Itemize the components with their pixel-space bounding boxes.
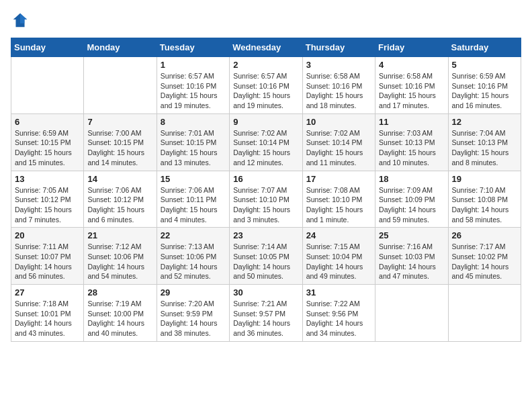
day-number: 8 [161, 117, 226, 127]
day-info: Sunrise: 7:07 AM Sunset: 10:10 PM Daylig… [233, 185, 298, 225]
page-header [11, 11, 521, 30]
day-info: Sunrise: 7:22 AM Sunset: 9:56 PM Dayligh… [306, 299, 371, 338]
calendar-cell: 12Sunrise: 7:04 AM Sunset: 10:13 PM Dayl… [448, 113, 521, 171]
calendar-cell: 6Sunrise: 6:59 AM Sunset: 10:15 PM Dayli… [11, 113, 84, 171]
calendar-cell: 26Sunrise: 7:17 AM Sunset: 10:02 PM Dayl… [448, 228, 521, 285]
calendar-cell: 14Sunrise: 7:06 AM Sunset: 10:12 PM Dayl… [84, 171, 157, 228]
calendar-week-5: 27Sunrise: 7:18 AM Sunset: 10:01 PM Dayl… [11, 285, 521, 342]
calendar-cell: 9Sunrise: 7:02 AM Sunset: 10:14 PM Dayli… [230, 113, 302, 171]
calendar-cell: 10Sunrise: 7:02 AM Sunset: 10:14 PM Dayl… [302, 113, 375, 171]
day-number: 14 [87, 174, 152, 184]
svg-marker-1 [20, 13, 27, 24]
calendar-cell: 16Sunrise: 7:07 AM Sunset: 10:10 PM Dayl… [230, 171, 302, 228]
day-info: Sunrise: 7:20 AM Sunset: 9:59 PM Dayligh… [161, 299, 226, 338]
day-info: Sunrise: 7:00 AM Sunset: 10:15 PM Daylig… [87, 128, 152, 168]
day-number: 12 [452, 117, 517, 127]
day-info: Sunrise: 7:11 AM Sunset: 10:07 PM Daylig… [15, 242, 80, 281]
logo-icon [11, 11, 30, 30]
day-info: Sunrise: 6:59 AM Sunset: 10:15 PM Daylig… [15, 128, 80, 168]
day-number: 2 [233, 60, 298, 70]
calendar-cell: 15Sunrise: 7:06 AM Sunset: 10:11 PM Dayl… [157, 171, 229, 228]
day-info: Sunrise: 7:02 AM Sunset: 10:14 PM Daylig… [233, 128, 298, 168]
day-number: 25 [379, 230, 444, 240]
calendar-week-4: 20Sunrise: 7:11 AM Sunset: 10:07 PM Dayl… [11, 228, 521, 285]
day-number: 6 [15, 117, 80, 127]
day-info: Sunrise: 7:12 AM Sunset: 10:06 PM Daylig… [87, 242, 152, 281]
day-number: 17 [306, 174, 371, 184]
day-number: 3 [306, 60, 371, 70]
calendar-cell: 17Sunrise: 7:08 AM Sunset: 10:10 PM Dayl… [302, 171, 375, 228]
calendar-cell: 2Sunrise: 6:57 AM Sunset: 10:16 PM Dayli… [230, 57, 302, 114]
day-info: Sunrise: 7:17 AM Sunset: 10:02 PM Daylig… [452, 242, 517, 281]
calendar-cell: 8Sunrise: 7:01 AM Sunset: 10:15 PM Dayli… [157, 113, 229, 171]
day-info: Sunrise: 7:06 AM Sunset: 10:12 PM Daylig… [87, 185, 152, 225]
calendar-cell: 3Sunrise: 6:58 AM Sunset: 10:16 PM Dayli… [302, 57, 375, 114]
calendar-cell: 1Sunrise: 6:57 AM Sunset: 10:16 PM Dayli… [157, 57, 229, 114]
day-number: 16 [233, 174, 298, 184]
day-info: Sunrise: 6:57 AM Sunset: 10:16 PM Daylig… [233, 71, 298, 111]
calendar-cell [84, 57, 157, 114]
day-info: Sunrise: 7:15 AM Sunset: 10:04 PM Daylig… [306, 242, 371, 281]
calendar-cell: 5Sunrise: 6:59 AM Sunset: 10:16 PM Dayli… [448, 57, 521, 114]
calendar-cell: 29Sunrise: 7:20 AM Sunset: 9:59 PM Dayli… [157, 285, 229, 342]
day-number: 29 [161, 287, 226, 298]
day-number: 24 [306, 230, 371, 240]
calendar-header: SundayMondayTuesdayWednesdayThursdayFrid… [11, 38, 521, 57]
day-number: 26 [452, 230, 517, 240]
day-info: Sunrise: 7:19 AM Sunset: 10:00 PM Daylig… [87, 299, 152, 338]
calendar-cell: 7Sunrise: 7:00 AM Sunset: 10:15 PM Dayli… [84, 113, 157, 171]
day-info: Sunrise: 7:21 AM Sunset: 9:57 PM Dayligh… [233, 299, 298, 338]
calendar-cell: 25Sunrise: 7:16 AM Sunset: 10:03 PM Dayl… [375, 228, 448, 285]
calendar-cell [11, 57, 84, 114]
day-number: 30 [233, 287, 298, 298]
day-info: Sunrise: 6:59 AM Sunset: 10:16 PM Daylig… [452, 71, 517, 111]
calendar-body: 1Sunrise: 6:57 AM Sunset: 10:16 PM Dayli… [11, 57, 521, 342]
day-info: Sunrise: 7:05 AM Sunset: 10:12 PM Daylig… [15, 185, 80, 225]
day-number: 28 [87, 287, 152, 298]
day-number: 21 [87, 230, 152, 240]
day-info: Sunrise: 7:08 AM Sunset: 10:10 PM Daylig… [306, 185, 371, 225]
day-info: Sunrise: 7:01 AM Sunset: 10:15 PM Daylig… [161, 128, 226, 168]
day-number: 23 [233, 230, 298, 240]
weekday-header-tuesday: Tuesday [157, 38, 229, 57]
day-number: 9 [233, 117, 298, 127]
weekday-header-thursday: Thursday [302, 38, 375, 57]
day-info: Sunrise: 7:04 AM Sunset: 10:13 PM Daylig… [452, 128, 517, 168]
day-number: 22 [161, 230, 226, 240]
day-number: 18 [379, 174, 444, 184]
day-number: 27 [15, 287, 80, 298]
calendar-cell: 31Sunrise: 7:22 AM Sunset: 9:56 PM Dayli… [302, 285, 375, 342]
day-number: 10 [306, 117, 371, 127]
calendar-cell: 27Sunrise: 7:18 AM Sunset: 10:01 PM Dayl… [11, 285, 84, 342]
day-info: Sunrise: 7:10 AM Sunset: 10:08 PM Daylig… [452, 185, 517, 225]
calendar-table: SundayMondayTuesdayWednesdayThursdayFrid… [11, 38, 521, 342]
day-number: 20 [15, 230, 80, 240]
calendar-week-1: 1Sunrise: 6:57 AM Sunset: 10:16 PM Dayli… [11, 57, 521, 114]
day-info: Sunrise: 7:14 AM Sunset: 10:05 PM Daylig… [233, 242, 298, 281]
day-number: 4 [379, 60, 444, 70]
weekday-header-row: SundayMondayTuesdayWednesdayThursdayFrid… [11, 38, 521, 57]
calendar-cell: 22Sunrise: 7:13 AM Sunset: 10:06 PM Dayl… [157, 228, 229, 285]
day-info: Sunrise: 7:09 AM Sunset: 10:09 PM Daylig… [379, 185, 444, 225]
calendar-cell: 28Sunrise: 7:19 AM Sunset: 10:00 PM Dayl… [84, 285, 157, 342]
day-number: 5 [452, 60, 517, 70]
logo [11, 11, 32, 30]
day-info: Sunrise: 7:13 AM Sunset: 10:06 PM Daylig… [161, 242, 226, 281]
weekday-header-monday: Monday [84, 38, 157, 57]
calendar-cell: 30Sunrise: 7:21 AM Sunset: 9:57 PM Dayli… [230, 285, 302, 342]
day-number: 13 [15, 174, 80, 184]
calendar-cell: 20Sunrise: 7:11 AM Sunset: 10:07 PM Dayl… [11, 228, 84, 285]
day-number: 1 [161, 60, 226, 70]
day-number: 15 [161, 174, 226, 184]
calendar-cell [448, 285, 521, 342]
calendar-cell [375, 285, 448, 342]
calendar-cell: 24Sunrise: 7:15 AM Sunset: 10:04 PM Dayl… [302, 228, 375, 285]
calendar-cell: 4Sunrise: 6:58 AM Sunset: 10:16 PM Dayli… [375, 57, 448, 114]
calendar-week-3: 13Sunrise: 7:05 AM Sunset: 10:12 PM Dayl… [11, 171, 521, 228]
calendar-cell: 13Sunrise: 7:05 AM Sunset: 10:12 PM Dayl… [11, 171, 84, 228]
day-info: Sunrise: 7:06 AM Sunset: 10:11 PM Daylig… [161, 185, 226, 225]
weekday-header-saturday: Saturday [448, 38, 521, 57]
calendar-cell: 23Sunrise: 7:14 AM Sunset: 10:05 PM Dayl… [230, 228, 302, 285]
day-number: 7 [87, 117, 152, 127]
day-number: 31 [306, 287, 371, 298]
